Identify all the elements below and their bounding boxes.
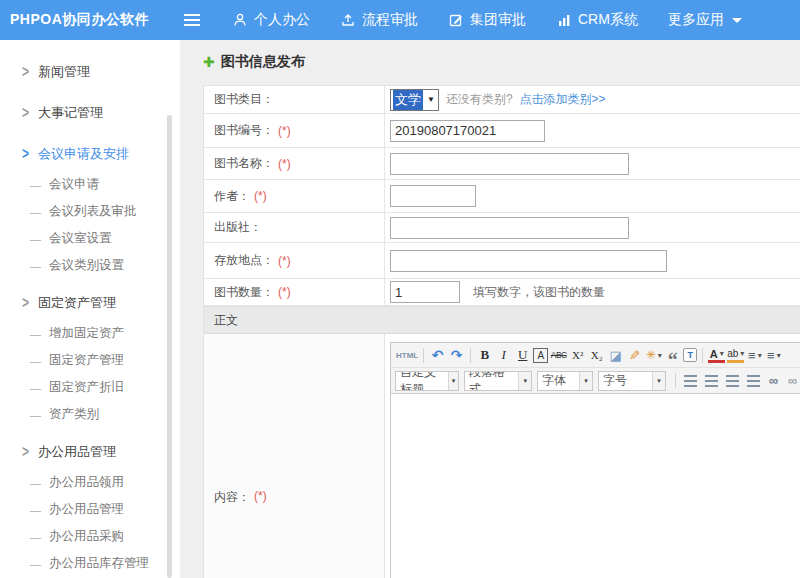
blockquote-icon[interactable]: “: [664, 345, 681, 365]
top-nav: 个人办公流程审批集团审批CRM系统更多应用: [232, 11, 742, 29]
field-label: 出版社：: [214, 219, 262, 236]
dropdown-label: 字号: [603, 372, 627, 389]
sidebar-item-4-1[interactable]: —办公用品管理: [0, 496, 180, 523]
field-label: 图书名称：: [214, 155, 274, 172]
field-label-cell: 存放地点：(*): [204, 243, 385, 278]
required-mark: (*): [278, 285, 291, 299]
nav-item-4[interactable]: 更多应用: [668, 11, 742, 29]
underline-icon[interactable]: U: [514, 345, 531, 365]
nav-item-0[interactable]: 个人办公: [232, 11, 310, 29]
form-row-location: 存放地点：(*): [204, 243, 800, 279]
sidebar-item-label: 会议类别设置: [49, 257, 124, 274]
chevron-down-icon: ▾: [518, 372, 531, 390]
html-source-icon[interactable]: HTML: [396, 345, 418, 365]
auto-typeset-icon[interactable]: ✳▾: [645, 345, 662, 365]
sidebar-item-3-0[interactable]: —增加固定资产: [0, 320, 180, 347]
author-input[interactable]: [390, 185, 476, 207]
nav-item-2[interactable]: 集团审批: [448, 11, 526, 29]
font-family-select[interactable]: 字体▾: [537, 371, 593, 391]
sidebar-item-3-3[interactable]: —资产类别: [0, 401, 180, 428]
dash-icon: —: [30, 558, 41, 570]
highlight-color-icon[interactable]: ab▾: [727, 347, 744, 363]
sidebar-item-label: 增加固定资产: [49, 325, 124, 342]
required-mark: (*): [254, 489, 267, 503]
sidebar-nav: >新闻管理>大事记管理>会议申请及安排—会议申请—会议列表及审批—会议室设置—会…: [0, 40, 180, 578]
paste-text-icon[interactable]: T: [683, 348, 697, 362]
redo-icon[interactable]: ↷: [448, 345, 465, 365]
subscript-icon[interactable]: X₂: [588, 345, 605, 365]
italic-icon[interactable]: I: [495, 345, 512, 365]
sidebar-item-4-2[interactable]: —办公用品采购: [0, 523, 180, 550]
format-brush-icon[interactable]: ✎: [625, 347, 645, 364]
nav-item-1[interactable]: 流程审批: [340, 11, 418, 29]
undo-icon[interactable]: ↶: [429, 345, 446, 365]
dash-icon: —: [30, 206, 41, 218]
align-left-icon[interactable]: [684, 375, 697, 387]
caret-down-icon: [732, 18, 742, 23]
unlink-icon[interactable]: ∞: [784, 371, 800, 391]
chevron-down-icon: ▾: [777, 351, 781, 360]
book-number-input[interactable]: [390, 120, 545, 142]
font-size-select[interactable]: 字号▾: [598, 371, 666, 391]
hamburger-menu-icon[interactable]: [184, 14, 200, 26]
publisher-input[interactable]: [390, 217, 629, 239]
flow-icon: [340, 12, 356, 28]
eraser-icon[interactable]: ◪: [607, 345, 624, 365]
strikethrough-icon[interactable]: ABC: [550, 345, 567, 365]
align-center-icon[interactable]: [705, 375, 718, 387]
sidebar-group-4[interactable]: >办公用品管理: [0, 435, 180, 469]
sidebar-group-3[interactable]: >固定资产管理: [0, 286, 180, 320]
link-icon[interactable]: ∞: [765, 371, 782, 391]
quantity-input[interactable]: [390, 281, 460, 303]
bold-icon[interactable]: B: [476, 345, 493, 365]
paragraph-format-select[interactable]: 段落格式▾: [464, 371, 532, 391]
dash-icon: —: [30, 355, 41, 367]
sidebar-item-2-1[interactable]: —会议列表及审批: [0, 198, 180, 225]
unordered-list-icon[interactable]: ≡▾: [765, 345, 782, 365]
sidebar-group-0[interactable]: >新闻管理: [0, 55, 180, 89]
ordered-list-icon[interactable]: ≡▾: [746, 345, 763, 365]
sidebar-item-4-0[interactable]: —办公用品领用: [0, 469, 180, 496]
form-row-book-name: 图书名称：(*): [204, 148, 800, 180]
nav-item-label: 个人办公: [254, 11, 310, 29]
font-color-icon[interactable]: A▾: [708, 347, 725, 363]
editor-content[interactable]: [391, 393, 800, 578]
font-border-icon[interactable]: A: [533, 348, 548, 363]
no-category-text: 还没有类别?: [446, 91, 513, 108]
sidebar-group-2[interactable]: >会议申请及安排: [0, 137, 180, 171]
custom-style-select[interactable]: 自定义标题▾: [395, 371, 459, 391]
editor-toolbar-row2: 自定义标题▾段落格式▾字体▾字号▾∞∞: [391, 368, 800, 393]
sidebar-group-1[interactable]: >大事记管理: [0, 96, 180, 130]
add-category-link[interactable]: 点击添加类别>>: [520, 91, 606, 108]
dash-icon: —: [30, 260, 41, 272]
book-name-input[interactable]: [390, 153, 629, 175]
sidebar-item-2-3[interactable]: —会议类别设置: [0, 252, 180, 279]
align-justify-icon[interactable]: [747, 375, 760, 387]
chevron-down-icon: ▾: [579, 372, 592, 390]
sidebar-item-4-3[interactable]: —办公用品库存管理: [0, 550, 180, 577]
sidebar-item-2-2[interactable]: —会议室设置: [0, 225, 180, 252]
chevron-down-icon: ▾: [740, 348, 744, 359]
app-logo: PHPOA协同办公软件: [0, 11, 176, 29]
sidebar-item-label: 办公用品领用: [49, 474, 124, 491]
category-select[interactable]: 文学 ▼: [390, 89, 439, 111]
field-label-cell: 作者：(*): [204, 180, 385, 212]
location-input[interactable]: [390, 250, 667, 272]
field-value-cell: [385, 148, 800, 179]
content-label-cell: 内容： (*): [204, 334, 385, 578]
field-label-cell: 图书名称：(*): [204, 148, 385, 179]
chevron-down-icon: ▾: [652, 372, 665, 390]
sidebar-item-label: 固定资产管理: [49, 352, 124, 369]
dash-icon: —: [30, 531, 41, 543]
sidebar-item-2-0[interactable]: —会议申请: [0, 171, 180, 198]
sidebar-scrollbar[interactable]: [167, 115, 172, 578]
nav-item-label: CRM系统: [578, 11, 638, 29]
sidebar-item-3-2[interactable]: —固定资产折旧: [0, 374, 180, 401]
sidebar-item-label: 办公用品库存管理: [49, 555, 149, 572]
sidebar-item-3-1[interactable]: —固定资产管理: [0, 347, 180, 374]
align-right-icon[interactable]: [726, 375, 739, 387]
nav-item-label: 更多应用: [668, 11, 724, 29]
superscript-icon[interactable]: X²: [569, 345, 586, 365]
edit-square-icon: [448, 12, 464, 28]
nav-item-3[interactable]: CRM系统: [556, 11, 638, 29]
